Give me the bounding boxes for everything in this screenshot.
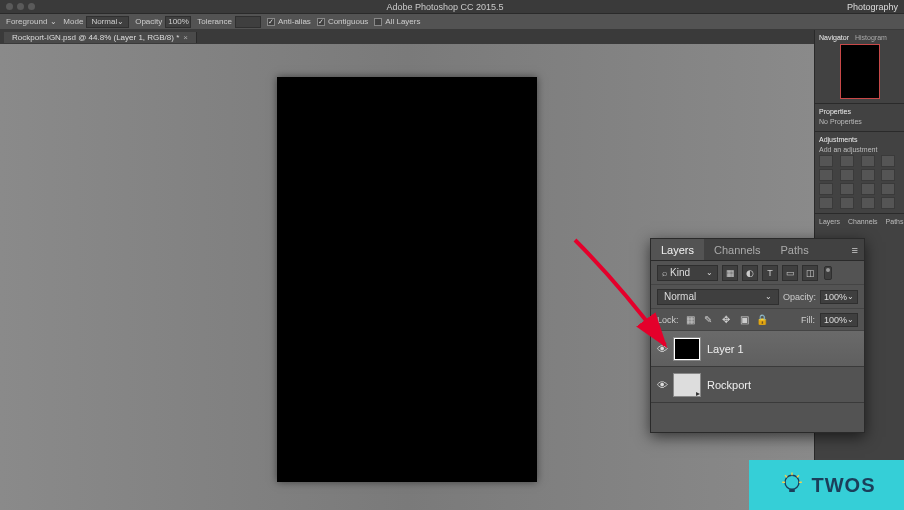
- contiguous-checkbox[interactable]: [317, 18, 325, 26]
- chevron-down-icon: ⌄: [847, 315, 854, 324]
- title-bar: Adobe Photoshop CC 2015.5 Photography: [0, 0, 904, 14]
- opacity-label: Opacity:: [783, 292, 816, 302]
- filter-adjustment-icon[interactable]: ◐: [742, 265, 758, 281]
- chevron-down-icon: ⌄: [765, 292, 772, 301]
- adj-vibrance-icon[interactable]: [819, 169, 833, 181]
- layer-thumbnail[interactable]: [673, 337, 701, 361]
- navigator-thumbnail[interactable]: [840, 44, 880, 99]
- adj-threshold-icon[interactable]: [840, 197, 854, 209]
- layer-row[interactable]: 👁 Rockport: [651, 367, 864, 403]
- layer-name[interactable]: Rockport: [707, 379, 751, 391]
- visibility-toggle-icon[interactable]: 👁: [651, 343, 673, 355]
- all-layers-label: All Layers: [385, 17, 420, 26]
- adjustments-panel: Adjustments Add an adjustment: [815, 132, 904, 214]
- tolerance-input[interactable]: [235, 16, 261, 28]
- adj-color-balance-icon[interactable]: [861, 169, 875, 181]
- opacity-input[interactable]: 100%: [165, 16, 191, 28]
- adjustments-tab[interactable]: Adjustments: [819, 136, 858, 143]
- adj-posterize-icon[interactable]: [819, 197, 833, 209]
- lock-fill-row: Lock: ▦ ✎ ✥ ▣ 🔒 Fill: 100% ⌄: [651, 309, 864, 331]
- adj-hue-icon[interactable]: [840, 169, 854, 181]
- document-tab-title: Rockport-IGN.psd @ 44.8% (Layer 1, RGB/8…: [12, 33, 179, 42]
- navigator-tab[interactable]: Navigator: [819, 34, 849, 41]
- adj-photo-filter-icon[interactable]: [819, 183, 833, 195]
- adj-bw-icon[interactable]: [881, 169, 895, 181]
- adj-lookup-icon[interactable]: [861, 183, 875, 195]
- layer-list: 👁 Layer 1 👁 Rockport: [651, 331, 864, 432]
- adj-invert-icon[interactable]: [881, 183, 895, 195]
- document-tab-bar: Rockport-IGN.psd @ 44.8% (Layer 1, RGB/8…: [0, 30, 904, 44]
- blend-mode-select[interactable]: Normal ⌄: [657, 289, 779, 305]
- window-controls[interactable]: [6, 3, 35, 10]
- paths-dock-tab[interactable]: Paths: [886, 218, 904, 225]
- document-canvas[interactable]: [277, 77, 537, 482]
- adj-gradient-map-icon[interactable]: [861, 197, 875, 209]
- tolerance-label: Tolerance: [197, 17, 232, 26]
- lock-transparency-icon[interactable]: ▦: [684, 313, 697, 326]
- fill-source-label: Foreground: [6, 17, 47, 26]
- contiguous-field[interactable]: Contiguous: [317, 17, 368, 26]
- chevron-down-icon: ⌄: [847, 292, 854, 301]
- minimize-window-icon[interactable]: [17, 3, 24, 10]
- opacity-field: Opacity 100%: [135, 16, 191, 28]
- antialias-field[interactable]: Anti-alias: [267, 17, 311, 26]
- properties-tab[interactable]: Properties: [819, 108, 851, 115]
- blend-opacity-row: Normal ⌄ Opacity: 100% ⌄: [651, 285, 864, 309]
- all-layers-field[interactable]: All Layers: [374, 17, 420, 26]
- adj-exposure-icon[interactable]: [881, 155, 895, 167]
- filter-kind-select[interactable]: ⌕ Kind ⌄: [657, 265, 718, 281]
- zoom-window-icon[interactable]: [28, 3, 35, 10]
- close-tab-icon[interactable]: ×: [183, 33, 188, 42]
- opacity-label: Opacity: [135, 17, 162, 26]
- filter-smart-icon[interactable]: ◫: [802, 265, 818, 281]
- lock-all-icon[interactable]: 🔒: [756, 313, 769, 326]
- all-layers-checkbox[interactable]: [374, 18, 382, 26]
- adj-curves-icon[interactable]: [861, 155, 875, 167]
- document-tab[interactable]: Rockport-IGN.psd @ 44.8% (Layer 1, RGB/8…: [4, 32, 197, 43]
- chevron-down-icon: ⌄: [117, 17, 124, 26]
- antialias-checkbox[interactable]: [267, 18, 275, 26]
- visibility-toggle-icon[interactable]: 👁: [651, 379, 673, 391]
- layer-thumbnail[interactable]: [673, 373, 701, 397]
- histogram-tab[interactable]: Histogram: [855, 34, 887, 41]
- layer-name[interactable]: Layer 1: [707, 343, 744, 355]
- filter-type-icon[interactable]: T: [762, 265, 778, 281]
- panel-menu-icon[interactable]: ≡: [846, 244, 864, 256]
- layers-dock-tab[interactable]: Layers: [819, 218, 840, 225]
- blend-mode-select[interactable]: Normal ⌄: [86, 16, 129, 28]
- chevron-down-icon: ⌄: [50, 17, 57, 26]
- filter-toggle[interactable]: [824, 266, 832, 280]
- workspace-switcher[interactable]: Photography: [847, 2, 898, 12]
- layers-panel-tabs: Layers Channels Paths ≡: [651, 239, 864, 261]
- opacity-input[interactable]: 100% ⌄: [820, 290, 858, 304]
- watermark: TWOS: [749, 460, 904, 510]
- fill-source[interactable]: Foreground ⌄: [6, 17, 57, 26]
- adj-selective-icon[interactable]: [881, 197, 895, 209]
- tab-channels[interactable]: Channels: [704, 239, 770, 260]
- fill-input[interactable]: 100% ⌄: [820, 313, 858, 327]
- properties-panel: Properties No Properties: [815, 104, 904, 132]
- filter-pixel-icon[interactable]: ▦: [722, 265, 738, 281]
- layers-panel[interactable]: Layers Channels Paths ≡ ⌕ Kind ⌄ ▦ ◐ T ▭…: [650, 238, 865, 433]
- lightbulb-icon: [778, 471, 806, 499]
- antialias-label: Anti-alias: [278, 17, 311, 26]
- fill-label: Fill:: [801, 315, 815, 325]
- tab-paths[interactable]: Paths: [771, 239, 819, 260]
- blend-mode-value: Normal: [91, 17, 117, 26]
- filter-shape-icon[interactable]: ▭: [782, 265, 798, 281]
- adj-brightness-icon[interactable]: [819, 155, 833, 167]
- filter-kind-label: Kind: [670, 267, 690, 278]
- layer-row[interactable]: 👁 Layer 1: [651, 331, 864, 367]
- adj-channel-mixer-icon[interactable]: [840, 183, 854, 195]
- lock-artboard-icon[interactable]: ▣: [738, 313, 751, 326]
- options-bar: Foreground ⌄ Mode Normal ⌄ Opacity 100% …: [0, 14, 904, 30]
- close-window-icon[interactable]: [6, 3, 13, 10]
- lock-pixels-icon[interactable]: ✎: [702, 313, 715, 326]
- adjustments-hint: Add an adjustment: [819, 146, 900, 153]
- channels-dock-tab[interactable]: Channels: [848, 218, 878, 225]
- watermark-text: TWOS: [812, 474, 876, 497]
- tab-layers[interactable]: Layers: [651, 239, 704, 260]
- properties-message: No Properties: [819, 118, 900, 125]
- lock-position-icon[interactable]: ✥: [720, 313, 733, 326]
- adj-levels-icon[interactable]: [840, 155, 854, 167]
